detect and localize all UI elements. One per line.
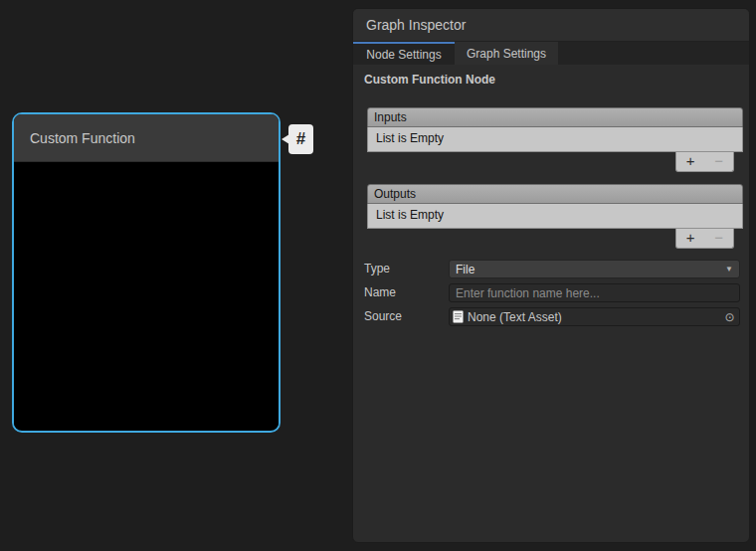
type-dropdown[interactable]: File ▼ [449,260,740,278]
type-dropdown-value: File [456,262,474,277]
tab-graph-settings[interactable]: Graph Settings [455,42,558,65]
inputs-list-footer: + − [675,152,734,172]
graph-inspector-panel: Graph Inspector Node Settings Graph Sett… [352,8,750,543]
name-field-row: Name [364,283,740,302]
outputs-list-header: Outputs [367,184,743,204]
type-field-row: Type File ▼ [364,260,740,278]
outputs-empty-row: List is Empty [367,204,743,229]
node-title[interactable]: Custom Function [14,114,279,162]
outputs-remove-button[interactable]: − [705,229,734,248]
source-label: Source [364,307,449,326]
tab-bar: Node Settings Graph Settings [353,42,749,65]
source-object-field[interactable]: None (Text Asset) ⊙ [449,307,740,326]
outputs-list-footer: + − [675,229,734,249]
name-label: Name [364,283,449,302]
chevron-down-icon: ▼ [725,262,733,277]
source-object-value: None (Text Asset) [468,309,720,325]
custom-function-node[interactable]: Custom Function [12,112,281,433]
panel-title: Graph Inspector [366,17,466,33]
inputs-list-header: Inputs [367,107,743,127]
outputs-add-button[interactable]: + [676,229,705,248]
section-heading: Custom Function Node [364,73,495,87]
tab-node-settings[interactable]: Node Settings [353,42,455,65]
inputs-remove-button[interactable]: − [705,152,734,171]
inputs-add-button[interactable]: + [676,152,705,171]
name-input[interactable] [449,283,740,302]
inputs-empty-row: List is Empty [367,127,743,152]
object-picker-icon[interactable]: ⊙ [720,309,739,325]
outputs-list: Outputs List is Empty + − [367,184,743,249]
inputs-list: Inputs List is Empty + − [367,107,743,172]
node-hash-badge[interactable]: # [288,124,313,154]
text-asset-icon [453,310,464,323]
panel-header: Graph Inspector [353,9,749,42]
type-label: Type [364,260,449,278]
node-preview-body [14,162,279,430]
source-field-row: Source None (Text Asset) ⊙ [364,307,740,326]
